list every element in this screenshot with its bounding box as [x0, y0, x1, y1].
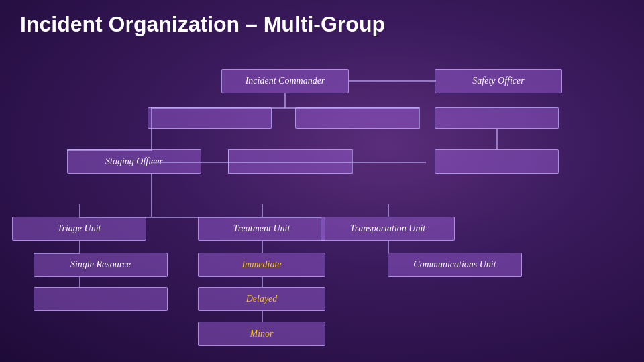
level2-left-node	[148, 107, 272, 129]
safety-officer-node: Safety Officer	[435, 69, 562, 93]
transportation-unit-node: Transportation Unit	[321, 217, 455, 241]
treatment-unit-node: Treatment Unit	[198, 217, 325, 241]
safety-officer-label: Safety Officer	[472, 76, 524, 86]
immediate-node: Immediate	[198, 253, 325, 277]
minor-node: Minor	[198, 322, 325, 346]
treatment-unit-label: Treatment Unit	[233, 223, 290, 234]
staging-farright-node	[435, 149, 559, 174]
org-chart: Incident Commander Safety Officer Stagin…	[0, 37, 644, 352]
incident-commander-label: Incident Commander	[246, 76, 325, 86]
minor-label: Minor	[250, 328, 274, 339]
single-resource-sub-node	[34, 287, 168, 311]
incident-commander-node: Incident Commander	[221, 69, 349, 93]
level2-right-node	[295, 107, 419, 129]
communications-unit-node: Communications Unit	[388, 253, 522, 277]
communications-unit-label: Communications Unit	[413, 259, 496, 270]
single-resource-label: Single Resource	[70, 259, 131, 270]
triage-unit-label: Triage Unit	[58, 223, 101, 234]
triage-unit-node: Triage Unit	[12, 217, 146, 241]
delayed-node: Delayed	[198, 287, 325, 311]
immediate-label: Immediate	[241, 259, 281, 270]
single-resource-node: Single Resource	[34, 253, 168, 277]
safety-level2-node	[435, 107, 559, 129]
transportation-unit-label: Transportation Unit	[350, 223, 425, 234]
delayed-label: Delayed	[246, 294, 278, 304]
page-title: Incident Organization – Multi-Group	[0, 0, 644, 37]
